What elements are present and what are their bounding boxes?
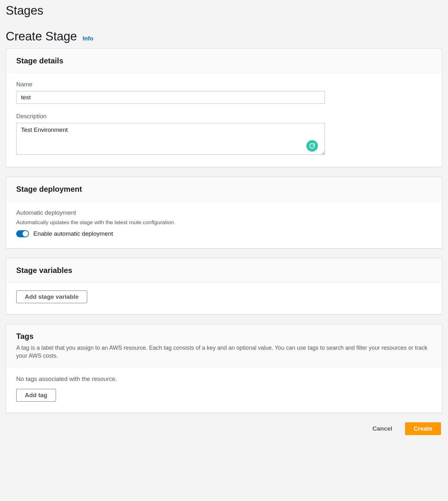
cancel-button[interactable]: Cancel xyxy=(368,423,397,435)
automatic-deployment-label: Automatic deployment xyxy=(16,209,432,216)
grammarly-icon xyxy=(306,140,318,152)
add-stage-variable-button[interactable]: Add stage variable xyxy=(16,290,87,303)
automatic-deployment-desc: Automatically updates the stage with the… xyxy=(16,219,432,226)
description-textarea[interactable]: Test Environment xyxy=(16,123,325,155)
breadcrumb: Stages xyxy=(6,4,442,18)
panel-stage-details: Stage details Name Description Test Envi… xyxy=(6,48,442,167)
name-input[interactable] xyxy=(16,91,325,104)
enable-auto-deployment-toggle[interactable] xyxy=(16,230,29,237)
description-label: Description xyxy=(16,113,432,120)
panel-title-stage-deployment: Stage deployment xyxy=(16,185,432,194)
panel-stage-variables: Stage variables Add stage variable xyxy=(6,258,442,314)
tags-empty-message: No tags associated with the resource. xyxy=(16,376,432,383)
panel-stage-deployment: Stage deployment Automatic deployment Au… xyxy=(6,177,442,248)
info-link[interactable]: Info xyxy=(83,35,93,42)
enable-auto-deployment-label: Enable automatic deployment xyxy=(33,230,113,237)
page-title: Create Stage xyxy=(6,30,77,43)
create-button[interactable]: Create xyxy=(405,422,441,435)
add-tag-button[interactable]: Add tag xyxy=(16,389,56,402)
panel-title-tags: Tags xyxy=(16,332,432,341)
panel-tags: Tags A tag is a label that you assign to… xyxy=(6,324,442,413)
panel-title-stage-variables: Stage variables xyxy=(16,266,432,275)
panel-title-stage-details: Stage details xyxy=(16,56,432,65)
tags-desc: A tag is a label that you assign to an A… xyxy=(16,344,432,360)
name-label: Name xyxy=(16,81,432,88)
